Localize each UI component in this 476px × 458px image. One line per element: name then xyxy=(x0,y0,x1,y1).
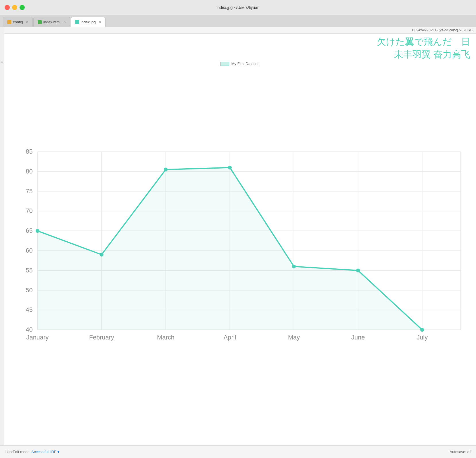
chart-legend: My First Dataset xyxy=(9,62,470,66)
image-info: 1,024x466 JPEG (24-bit color) 51.98 kB xyxy=(412,28,473,32)
window-controls xyxy=(5,5,25,10)
dropdown-arrow[interactable]: ▾ xyxy=(57,450,60,454)
svg-text:45: 45 xyxy=(26,306,32,313)
close-button[interactable] xyxy=(5,5,10,10)
main-content: 1,024x466 JPEG (24-bit color) 51.98 kB 欠… xyxy=(0,27,476,445)
tab-config[interactable]: config ✕ xyxy=(3,17,33,27)
japanese-line1: 欠けた翼で飛んだ 日 xyxy=(377,36,470,48)
tab-bar: config ✕ index.html ✕ index.jpg ✕ xyxy=(0,15,476,27)
info-bar: 1,024x466 JPEG (24-bit color) 51.98 kB xyxy=(0,27,476,34)
chart-svg-wrapper: 85 80 75 70 65 60 55 50 45 40 January Fe… xyxy=(9,70,470,425)
html-icon xyxy=(38,20,42,24)
tab-index-jpg-close[interactable]: ✕ xyxy=(99,20,101,24)
svg-text:70: 70 xyxy=(26,207,32,214)
status-bar: LightEdit mode. Access full IDE ▾ Autosa… xyxy=(0,445,476,458)
minimize-button[interactable] xyxy=(12,5,17,10)
svg-text:May: May xyxy=(288,334,300,341)
status-right: Autosave: off xyxy=(450,450,471,454)
tab-index-html-label: index.html xyxy=(43,20,60,24)
svg-text:60: 60 xyxy=(26,247,32,254)
svg-text:50: 50 xyxy=(26,287,32,294)
svg-text:40: 40 xyxy=(26,326,32,333)
legend-label: My First Dataset xyxy=(231,62,259,66)
autosave-label: Autosave: off xyxy=(450,450,471,454)
data-point-jan xyxy=(36,229,39,233)
svg-text:January: January xyxy=(26,334,49,341)
sidebar-text: g xyxy=(1,62,4,63)
data-point-jul xyxy=(420,328,424,332)
maximize-button[interactable] xyxy=(20,5,25,10)
svg-text:April: April xyxy=(224,334,236,341)
chart-container: My First Dataset xyxy=(9,62,470,428)
data-point-mar xyxy=(164,168,168,171)
svg-text:75: 75 xyxy=(26,188,32,195)
svg-text:85: 85 xyxy=(26,148,32,155)
access-full-ide-link[interactable]: Access full IDE xyxy=(31,450,56,454)
svg-text:80: 80 xyxy=(26,168,32,175)
svg-text:July: July xyxy=(416,334,428,341)
status-left: LightEdit mode. Access full IDE ▾ xyxy=(5,450,60,454)
window-title: index.jpg - /Users/liyuan xyxy=(216,5,259,10)
svg-text:February: February xyxy=(89,334,114,341)
svg-text:55: 55 xyxy=(26,267,32,274)
svg-marker-35 xyxy=(37,167,422,330)
svg-text:65: 65 xyxy=(26,227,32,234)
title-bar: index.jpg - /Users/liyuan xyxy=(0,0,476,15)
data-point-feb xyxy=(100,253,103,256)
data-point-apr xyxy=(228,166,232,169)
tab-config-close[interactable]: ✕ xyxy=(26,20,28,24)
japanese-line2: 未丰羽翼 奋力高飞 xyxy=(377,48,470,61)
tab-index-html[interactable]: index.html ✕ xyxy=(33,17,70,27)
svg-text:June: June xyxy=(351,334,365,341)
chart-svg: 85 80 75 70 65 60 55 50 45 40 January Fe… xyxy=(9,70,470,425)
legend-color-box xyxy=(220,62,229,66)
tab-config-label: config xyxy=(13,20,23,24)
tab-index-jpg[interactable]: index.jpg ✕ xyxy=(71,17,105,27)
japanese-overlay: 欠けた翼で飛んだ 日 未丰羽翼 奋力高飞 xyxy=(377,36,470,61)
tab-index-html-close[interactable]: ✕ xyxy=(63,20,66,24)
svg-text:March: March xyxy=(157,334,174,341)
mode-label: LightEdit mode. xyxy=(5,450,30,454)
data-point-may xyxy=(292,265,296,268)
tab-index-jpg-label: index.jpg xyxy=(81,20,96,24)
jpg-icon xyxy=(75,20,79,24)
config-icon xyxy=(7,20,11,24)
data-point-jun xyxy=(356,268,360,272)
left-sidebar: g xyxy=(0,27,4,445)
